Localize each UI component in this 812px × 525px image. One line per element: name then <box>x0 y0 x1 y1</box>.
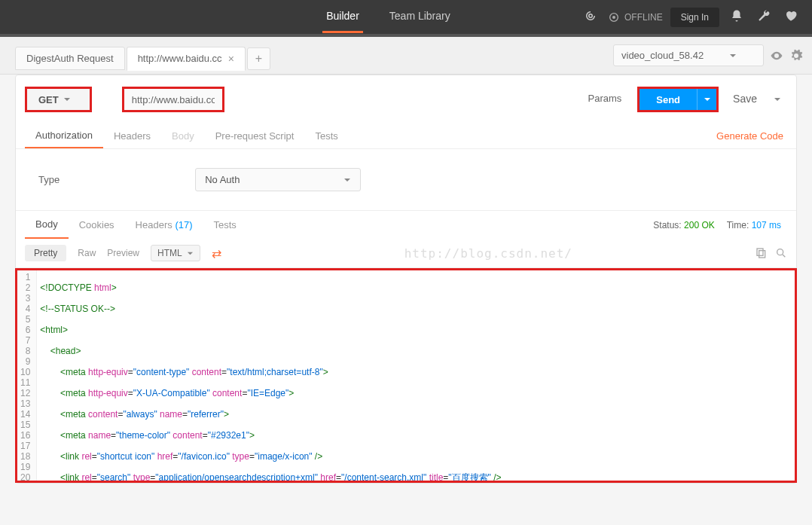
method-select[interactable]: GET <box>25 87 92 112</box>
offline-badge: OFFLINE <box>608 11 663 23</box>
response-body[interactable]: 123456789101112131415161718192021 <!DOCT… <box>15 268 797 483</box>
rtab-body[interactable]: Body <box>161 124 205 148</box>
response-status: Status: 200 OK <box>647 220 720 230</box>
request-panel: GET Params Send Save Authorization Heade… <box>15 75 797 484</box>
view-preview[interactable]: Preview <box>107 248 139 258</box>
send-dropdown[interactable] <box>697 89 716 110</box>
view-pretty[interactable]: Pretty <box>25 245 66 261</box>
tab-team-library[interactable]: Team Library <box>386 1 454 33</box>
view-raw[interactable]: Raw <box>78 248 96 258</box>
resp-tab-body[interactable]: Body <box>25 211 69 239</box>
svg-rect-3 <box>759 251 765 258</box>
svg-point-2 <box>612 16 615 19</box>
request-tab-1[interactable]: http://www.baidu.cc× <box>127 47 246 71</box>
save-dropdown[interactable] <box>768 87 787 112</box>
save-button[interactable]: Save <box>722 87 768 112</box>
url-input[interactable] <box>124 89 222 110</box>
generate-code-link[interactable]: Generate Code <box>713 124 787 148</box>
watermark-text: http://blog.csdn.net/ <box>233 246 744 261</box>
signin-button[interactable]: Sign In <box>670 8 719 27</box>
rtab-headers[interactable]: Headers <box>103 124 161 148</box>
workspace-bar: DigestAuth Request http://www.baidu.cc× … <box>0 37 812 75</box>
params-button[interactable]: Params <box>575 87 633 112</box>
environment-select[interactable]: video_cloud_58.42 <box>613 44 764 66</box>
svg-rect-4 <box>757 249 763 255</box>
wrench-icon[interactable] <box>754 6 774 29</box>
resp-tab-headers[interactable]: Headers (17) <box>125 212 203 238</box>
rtab-tests[interactable]: Tests <box>304 124 348 148</box>
request-tab-0[interactable]: DigestAuth Request <box>15 47 125 70</box>
sync-icon[interactable] <box>581 6 600 29</box>
heart-icon[interactable] <box>781 6 801 29</box>
auth-type-select[interactable]: No Auth <box>195 168 361 191</box>
top-toolbar: Builder Team Library OFFLINE Sign In <box>0 0 812 34</box>
rtab-authorization[interactable]: Authorization <box>25 124 103 148</box>
wrap-icon[interactable]: ⇄ <box>212 246 221 261</box>
resp-tab-tests[interactable]: Tests <box>203 212 247 238</box>
rtab-prerequest[interactable]: Pre-request Script <box>205 124 305 148</box>
eye-icon[interactable] <box>770 49 783 63</box>
search-icon[interactable] <box>775 247 787 259</box>
format-select[interactable]: HTML <box>151 245 200 261</box>
svg-point-0 <box>589 14 593 17</box>
response-time: Time: 107 ms <box>721 220 787 230</box>
gear-icon[interactable] <box>789 49 803 63</box>
copy-icon[interactable] <box>756 247 768 259</box>
add-tab-button[interactable]: + <box>247 47 270 70</box>
bell-icon[interactable] <box>727 6 746 29</box>
auth-type-label: Type <box>38 174 60 185</box>
close-icon[interactable]: × <box>228 53 234 65</box>
tab-builder[interactable]: Builder <box>322 1 363 33</box>
resp-tab-cookies[interactable]: Cookies <box>69 212 125 238</box>
send-button[interactable]: Send <box>640 89 697 110</box>
svg-point-5 <box>777 249 783 255</box>
offline-label: OFFLINE <box>624 12 663 23</box>
